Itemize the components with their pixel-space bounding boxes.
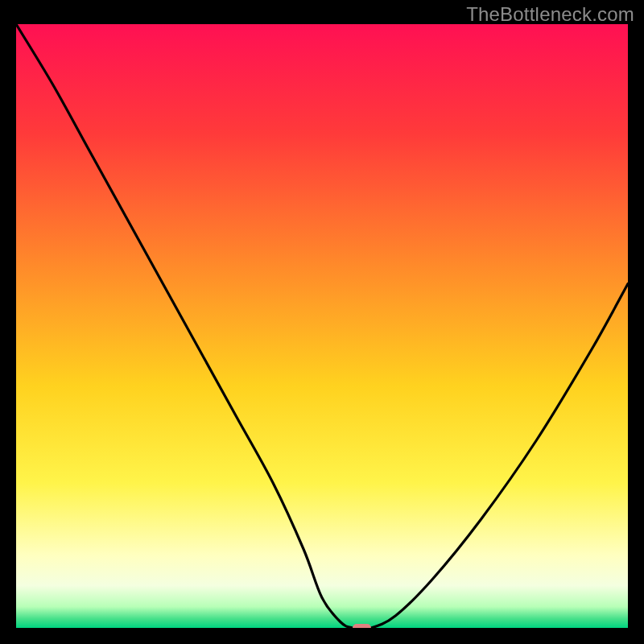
chart-frame: TheBottleneck.com [0, 0, 644, 644]
watermark-label: TheBottleneck.com [466, 3, 634, 26]
background-gradient [16, 24, 628, 628]
optimum-marker [353, 624, 372, 628]
plot-area [16, 24, 628, 628]
svg-rect-0 [16, 24, 628, 628]
